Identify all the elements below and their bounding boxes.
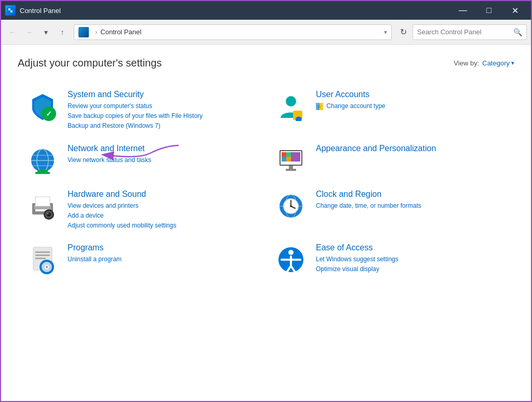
user-accounts-text: User Accounts Change account type: [316, 90, 506, 111]
programs-title[interactable]: Programs: [68, 243, 258, 252]
user-accounts-icon: [274, 90, 308, 123]
clock-region-link-1[interactable]: Change date, time, or number formats: [316, 201, 506, 211]
system-security-icon: ✓: [26, 90, 59, 123]
svg-rect-21: [282, 157, 286, 162]
search-input[interactable]: [417, 28, 510, 36]
maximize-button[interactable]: □: [477, 3, 501, 18]
category-clock-region: Clock and Region Change date, time, or n…: [266, 183, 514, 237]
system-security-link-2[interactable]: Save backup copies of your files with Fi…: [68, 111, 258, 121]
programs-text: Programs Uninstall a program: [68, 243, 258, 264]
svg-point-49: [46, 266, 48, 268]
clock-region-title[interactable]: Clock and Region: [316, 190, 506, 199]
search-icon: 🔍: [513, 28, 522, 36]
hardware-sound-link-1[interactable]: View devices and printers: [68, 201, 258, 211]
window: Control Panel — □ ✕ ← → ▾ ↑ › Control Pa…: [0, 0, 532, 402]
address-bar[interactable]: › Control Panel ▾: [74, 24, 392, 40]
svg-text:✓: ✓: [46, 110, 52, 118]
clock-region-text: Clock and Region Change date, time, or n…: [316, 190, 506, 211]
system-security-link-3[interactable]: Backup and Restore (Windows 7): [68, 121, 258, 131]
hardware-sound-icon: [26, 190, 59, 223]
svg-rect-43: [35, 251, 50, 253]
svg-rect-2: [10, 10, 12, 12]
view-by-value[interactable]: Category ▾: [482, 59, 514, 67]
page-title: Adjust your computer's settings: [18, 57, 162, 69]
network-internet-icon: [26, 144, 59, 177]
category-system-security: ✓ System and Security Review your comput…: [18, 84, 266, 138]
view-by-chevron-icon: ▾: [511, 60, 514, 66]
svg-rect-8: [320, 103, 323, 110]
close-button[interactable]: ✕: [503, 3, 527, 18]
address-chevron-icon[interactable]: ▾: [384, 29, 387, 36]
svg-rect-25: [286, 169, 296, 171]
hardware-sound-link-2[interactable]: Add a device: [68, 211, 258, 221]
category-appearance: Appearance and Personalization: [266, 138, 514, 183]
appearance-title[interactable]: Appearance and Personalization: [316, 144, 506, 153]
network-internet-text: Network and Internet View network status…: [68, 144, 258, 165]
system-security-text: System and Security Review your computer…: [68, 90, 258, 131]
view-by-label: View by:: [454, 59, 479, 67]
category-hardware-sound: Hardware and Sound View devices and prin…: [18, 183, 266, 237]
category-user-accounts: User Accounts Change account type: [266, 84, 514, 138]
recent-locations-button[interactable]: ▾: [38, 25, 53, 39]
ease-access-text: Ease of Access Let Windows suggest setti…: [316, 243, 506, 274]
hardware-sound-title[interactable]: Hardware and Sound: [68, 190, 258, 199]
hardware-sound-text: Hardware and Sound View devices and prin…: [68, 190, 258, 231]
forward-button[interactable]: →: [22, 25, 36, 39]
view-by-control: View by: Category ▾: [454, 59, 514, 67]
ease-access-link-1[interactable]: Let Windows suggest settings: [316, 254, 506, 264]
svg-point-51: [288, 250, 294, 255]
network-internet-link-1[interactable]: View network status and tasks: [68, 155, 258, 165]
search-box[interactable]: 🔍: [413, 24, 527, 40]
categories-grid: ✓ System and Security Review your comput…: [18, 84, 514, 283]
svg-rect-19: [282, 152, 286, 157]
ease-access-link-2[interactable]: Optimize visual display: [316, 264, 506, 274]
svg-rect-44: [35, 254, 50, 256]
system-security-title[interactable]: System and Security: [68, 90, 258, 99]
clock-region-icon: [274, 190, 308, 223]
system-security-link-1[interactable]: Review your computer's status: [68, 101, 258, 111]
title-bar: Control Panel — □ ✕: [1, 1, 531, 20]
category-network-internet: Network and Internet View network status…: [18, 138, 266, 183]
svg-rect-20: [286, 152, 291, 157]
window-controls: — □ ✕: [451, 3, 527, 18]
svg-rect-1: [8, 8, 10, 10]
svg-rect-45: [35, 258, 46, 259]
category-programs: Programs Uninstall a program: [18, 237, 266, 283]
svg-point-5: [286, 96, 296, 106]
user-accounts-link-1[interactable]: Change account type: [316, 101, 506, 111]
ease-access-icon: [274, 243, 308, 276]
navigation-bar: ← → ▾ ↑ › Control Panel ▾ ↻ 🔍: [1, 20, 531, 45]
view-by-selection: Category: [482, 59, 510, 67]
address-separator: ›: [95, 28, 97, 36]
svg-rect-7: [316, 103, 320, 110]
programs-icon: [26, 243, 59, 276]
address-bar-icon: [78, 27, 89, 37]
address-path: Control Panel: [100, 28, 141, 36]
svg-point-33: [47, 212, 49, 214]
network-internet-title[interactable]: Network and Internet: [68, 144, 258, 153]
svg-rect-22: [286, 157, 291, 162]
minimize-button[interactable]: —: [451, 3, 475, 18]
svg-point-41: [290, 205, 292, 207]
svg-rect-23: [291, 152, 300, 162]
app-icon: [5, 5, 16, 16]
main-content: Adjust your computer's settings View by:…: [1, 45, 531, 401]
svg-rect-28: [35, 197, 50, 206]
ease-access-title[interactable]: Ease of Access: [316, 243, 506, 252]
category-ease-access: Ease of Access Let Windows suggest setti…: [266, 237, 514, 283]
appearance-text: Appearance and Personalization: [316, 144, 506, 155]
up-button[interactable]: ↑: [55, 25, 70, 39]
page-header: Adjust your computer's settings View by:…: [18, 57, 514, 69]
appearance-icon: [274, 144, 308, 177]
user-accounts-title[interactable]: User Accounts: [316, 90, 506, 99]
programs-link-1[interactable]: Uninstall a program: [68, 254, 258, 264]
window-title: Control Panel: [20, 7, 451, 15]
back-button[interactable]: ←: [5, 25, 20, 39]
refresh-button[interactable]: ↻: [396, 25, 410, 39]
hardware-sound-link-3[interactable]: Adjust commonly used mobility settings: [68, 221, 258, 231]
svg-rect-15: [35, 172, 50, 174]
